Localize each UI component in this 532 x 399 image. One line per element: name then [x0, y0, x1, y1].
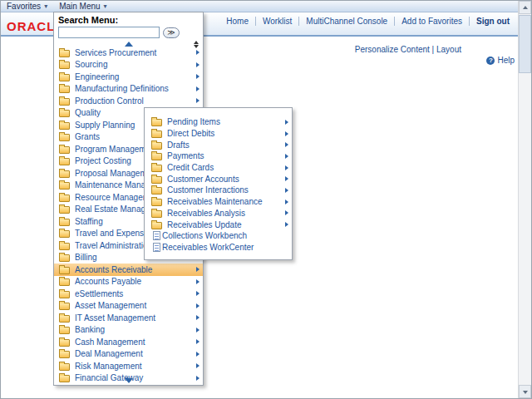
chevron-down-icon: ▾: [44, 3, 47, 10]
menu-item[interactable]: Asset Management: [54, 300, 203, 313]
menu-item-label: Sourcing: [75, 60, 195, 69]
folder-icon: [59, 254, 70, 262]
nav-link[interactable]: Worklist: [255, 17, 298, 26]
nav-link-label: MultiChannel Console: [306, 17, 387, 26]
submenu-item[interactable]: Credit Cards: [145, 162, 292, 174]
nav-link[interactable]: MultiChannel Console: [298, 17, 394, 26]
submenu-item-label: Customer Interactions: [167, 185, 283, 195]
menu-item[interactable]: IT Asset Management: [54, 312, 203, 324]
submenu-arrow-icon: [196, 267, 200, 272]
folder-icon: [59, 122, 70, 130]
scrollbar-thumb[interactable]: [519, 15, 531, 73]
submenu-item-label: Receivables WorkCenter: [162, 243, 283, 252]
search-row: ≫: [54, 26, 203, 40]
nav-link[interactable]: Add to Favorites: [394, 17, 469, 26]
folder-icon: [151, 199, 162, 206]
menu-item[interactable]: Accounts Receivable: [54, 264, 203, 276]
submenu-item[interactable]: Customer Interactions: [145, 185, 292, 196]
folder-icon: [59, 158, 70, 165]
menu-item-label: Engineering: [75, 72, 195, 81]
help-label: Help: [497, 56, 515, 65]
submenu-arrow-icon: [196, 291, 200, 296]
folder-icon: [151, 222, 162, 229]
submenu-item[interactable]: Collections Workbench: [145, 230, 292, 242]
menu-item-label: Production Control: [75, 96, 195, 106]
menu-item[interactable]: Manufacturing Definitions: [54, 83, 203, 96]
submenu-item[interactable]: Receivables Maintenance: [145, 196, 292, 208]
submenu-arrow-icon: [285, 200, 288, 204]
submenu-item[interactable]: Receivables Update: [145, 219, 292, 230]
submenu-arrow-icon: [196, 363, 200, 368]
scrollbar-down-button[interactable]: [519, 385, 531, 398]
menu-item-label: Banking: [75, 325, 195, 334]
menu-item-label: Asset Management: [75, 301, 195, 310]
folder-icon: [59, 303, 70, 310]
search-go-button[interactable]: ≫: [163, 27, 180, 38]
help-icon: ?: [486, 57, 495, 65]
menu-bar: Favorites ▾ Main Menu ▾: [1, 1, 518, 12]
submenu-item[interactable]: Drafts: [145, 139, 292, 150]
folder-icon: [151, 131, 162, 138]
main-menu[interactable]: Main Menu ▾: [53, 1, 112, 12]
submenu-item-label: Receivables Analysis: [167, 209, 283, 218]
folder-icon: [59, 86, 70, 93]
personalize-content-link[interactable]: Personalize Content | Layout: [355, 45, 461, 54]
nav-links: Home Worklist MultiChannel Console Add t…: [219, 17, 469, 26]
menu-item[interactable]: eSettlements: [54, 288, 203, 300]
submenu-item[interactable]: Receivables WorkCenter: [145, 242, 292, 254]
submenu-arrow-icon: [285, 222, 288, 227]
folder-icon: [59, 243, 70, 250]
menu-item[interactable]: Risk Management: [54, 360, 203, 372]
menu-item-label: Manufacturing Definitions: [75, 84, 195, 93]
folder-icon: [59, 206, 70, 214]
menu-item[interactable]: Accounts Payable: [54, 276, 203, 288]
folder-icon: [151, 176, 162, 184]
menu-item[interactable]: Production Control: [54, 95, 203, 107]
menu-scroll-down-icon[interactable]: [125, 378, 133, 383]
menu-item[interactable]: Cash Management: [54, 336, 203, 348]
submenu-arrow-icon: [285, 176, 288, 181]
scroll-down-icon: [523, 391, 528, 394]
menu-item[interactable]: Sourcing: [54, 59, 203, 71]
submenu-item-label: Payments: [167, 151, 283, 160]
folder-icon: [59, 74, 70, 81]
submenu-item[interactable]: Receivables Analysis: [145, 208, 292, 219]
submenu-item-label: Receivables Maintenance: [167, 197, 283, 206]
menu-item-label: Accounts Receivable: [75, 265, 195, 274]
menu-item[interactable]: Deal Management: [54, 348, 203, 361]
menu-item-label: Services Procurement: [75, 48, 195, 57]
submenu-arrow-icon: [285, 154, 288, 159]
menu-item-label: IT Asset Management: [75, 313, 195, 323]
folder-icon: [151, 187, 162, 195]
scroll-up-icon: [523, 6, 528, 9]
go-icon: ≫: [167, 29, 175, 37]
folder-icon: [59, 278, 70, 286]
sign-out-link[interactable]: Sign out: [469, 17, 516, 26]
menu-item[interactable]: Engineering: [54, 71, 203, 83]
folder-icon: [59, 98, 70, 106]
menu-item-label: Risk Management: [75, 362, 195, 371]
help-link[interactable]: ? Help: [486, 56, 515, 65]
menu-scroll-down-row: [54, 377, 203, 385]
favorites-label: Favorites: [7, 2, 41, 11]
folder-icon: [59, 110, 70, 117]
folder-icon: [59, 170, 70, 178]
submenu-item[interactable]: Direct Debits: [145, 128, 292, 140]
submenu-item[interactable]: Payments: [145, 150, 292, 162]
folder-icon: [59, 219, 70, 226]
scrollbar-up-button[interactable]: [519, 1, 531, 14]
folder-icon: [59, 267, 70, 274]
folder-icon: [59, 134, 70, 141]
favorites-menu[interactable]: Favorites ▾: [1, 1, 53, 12]
peoplesoft-window: Favorites ▾ Main Menu ▾ ORACLE Home Work…: [0, 0, 532, 399]
vertical-scrollbar[interactable]: [518, 1, 531, 398]
submenu-item[interactable]: Customer Accounts: [145, 173, 292, 185]
nav-link[interactable]: Home: [219, 17, 255, 26]
menu-item-label: eSettlements: [75, 289, 195, 298]
folder-icon: [59, 230, 70, 238]
submenu-item[interactable]: Pending Items: [145, 116, 292, 128]
menu-item[interactable]: Services Procurement: [54, 47, 203, 59]
menu-search-input[interactable]: [58, 27, 160, 38]
menu-item[interactable]: Banking: [54, 324, 203, 337]
spin-up-icon: [194, 41, 199, 44]
